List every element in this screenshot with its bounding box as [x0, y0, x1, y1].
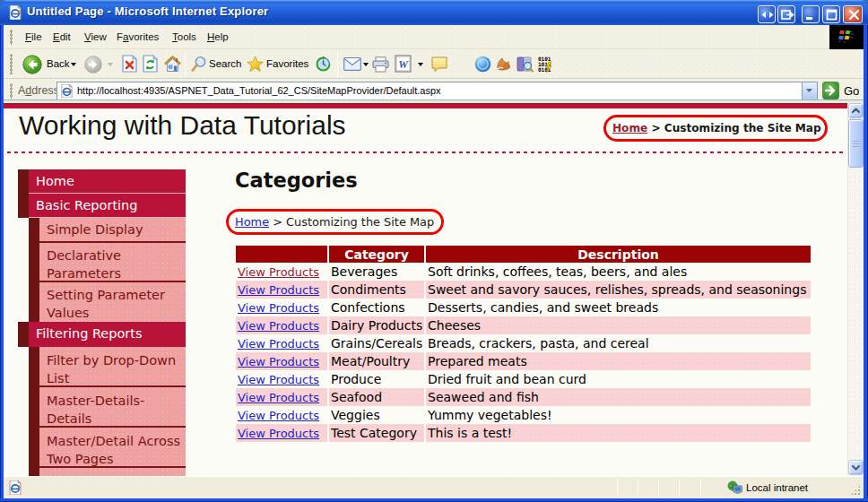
menu-strip: [29, 282, 39, 322]
breadcrumb-content-home-link[interactable]: Home: [235, 215, 269, 229]
back-button[interactable]: Back: [22, 49, 76, 79]
view-products-link[interactable]: View Products: [238, 301, 319, 315]
menu-strip: [29, 243, 39, 282]
resize-horizontal-icon: [759, 6, 777, 24]
maximize-button[interactable]: [822, 5, 840, 23]
resize-horizontal-button[interactable]: [758, 5, 776, 23]
description-cell: Breads, crackers, pasta, and cereal: [426, 334, 811, 352]
menu-help[interactable]: Help: [207, 25, 229, 48]
toolbar-separator: [337, 52, 338, 76]
go-button[interactable]: [822, 82, 839, 100]
description-cell: Sweet and savory sauces, relishes, sprea…: [426, 281, 811, 299]
close-button[interactable]: [843, 5, 863, 23]
browser-window: Untitled Page - Microsoft Internet Explo…: [0, 0, 868, 502]
description-cell: Desserts, candies, and sweet breads: [426, 299, 811, 316]
table-row: View Products Produce Dried fruit and be…: [236, 370, 811, 388]
description-cell: Dried fruit and bean curd: [426, 370, 811, 388]
view-products-link[interactable]: View Products: [238, 355, 319, 368]
menu-tools[interactable]: Tools: [172, 25, 196, 48]
sidebar-item-filtering-reports[interactable]: Filtering Reports: [18, 322, 186, 347]
toolbar-grip[interactable]: [10, 54, 13, 74]
breadcrumb-top-home-link[interactable]: Home: [612, 122, 647, 134]
table-row: View Products Beverages Soft drinks, cof…: [236, 263, 811, 281]
addressbar-grip[interactable]: [10, 83, 13, 99]
history-icon: [315, 56, 332, 73]
pop-out-button[interactable]: [777, 5, 795, 23]
window-border-bottom: [0, 498, 868, 502]
view-products-link[interactable]: View Products: [238, 391, 319, 404]
scroll-down-button[interactable]: [848, 460, 864, 475]
description-cell: Prepared meats: [426, 352, 811, 370]
page-top-red-bar: [4, 103, 847, 108]
view-products-link[interactable]: View Products: [238, 409, 319, 422]
menu-indent: [18, 282, 29, 322]
menu-edit[interactable]: Edit: [53, 25, 71, 48]
close-icon: [844, 6, 865, 24]
scroll-up-button[interactable]: [848, 103, 864, 118]
minimize-button[interactable]: [802, 5, 820, 23]
sidebar-item-setting-parameter-values[interactable]: Setting Parameter Values: [18, 282, 186, 322]
table-row: View Products Grains/Cereals Breads, cra…: [236, 334, 811, 352]
chevron-down-icon: [849, 461, 863, 474]
sidebar-item-declarative-parameters[interactable]: Declarative Parameters: [18, 243, 186, 282]
site-title: Working with Data Tutorials: [19, 110, 346, 141]
menu-strip: [18, 322, 29, 347]
sidebar-item-basic-reporting[interactable]: Basic Reporting: [18, 194, 186, 218]
fox-icon: [495, 56, 512, 73]
view-products-link[interactable]: View Products: [238, 319, 319, 333]
address-dropdown-button[interactable]: [802, 82, 817, 100]
mail-dropdown-arrow[interactable]: [363, 63, 369, 66]
statusbar-divider: [638, 480, 638, 496]
scrollbar-grip: [853, 141, 860, 148]
view-products-link[interactable]: View Products: [238, 373, 319, 386]
view-products-link[interactable]: View Products: [238, 337, 319, 351]
table-row: View Products Confections Desserts, cand…: [236, 299, 811, 316]
breadcrumb-content: Home > Customizing the Site Map: [235, 212, 434, 232]
menu-file[interactable]: File: [25, 25, 42, 48]
binary-lightning-icon: 0101 1010 0101: [538, 56, 554, 73]
menubar-grip[interactable]: [10, 30, 13, 45]
statusbar-divider: [679, 480, 680, 496]
breadcrumb-content-rest: > Customizing the Site Map: [269, 215, 434, 229]
ie-page-icon: [8, 480, 22, 495]
sidebar-item-master-detail-across-two-pages[interactable]: Master/Detail Across Two Pages: [18, 428, 186, 468]
description-cell: Seaweed and fish: [426, 388, 811, 406]
sidebar-item-master-details-details[interactable]: Master-Details-Details: [18, 387, 186, 428]
menu-strip: [29, 387, 39, 428]
stop-icon: [122, 55, 137, 73]
statusbar-divider: [617, 480, 618, 496]
menu-view[interactable]: View: [84, 25, 107, 48]
table-header-row: Category Description: [236, 246, 811, 263]
back-dropdown-arrow[interactable]: [71, 63, 76, 66]
ie-page-icon: [60, 84, 74, 98]
categories-table: Category Description View Products Bever…: [234, 246, 812, 442]
view-products-link[interactable]: View Products: [238, 265, 319, 279]
address-input[interactable]: http://localhost:4935/ASPNET_Data_Tutori…: [56, 82, 818, 100]
table-row: View Products Condiments Sweet and savor…: [236, 281, 811, 299]
resize-grip[interactable]: [850, 485, 861, 496]
edit-dropdown-arrow[interactable]: [418, 63, 423, 66]
page-content: Working with Data Tutorials Home > Custo…: [4, 103, 847, 476]
window-border-left: [0, 25, 4, 498]
back-label: Back: [47, 49, 70, 79]
forward-dropdown-arrow[interactable]: [108, 63, 113, 66]
header-empty: [236, 246, 327, 263]
category-cell: Condiments: [329, 281, 424, 299]
menu-indent: [18, 387, 29, 428]
sidebar-item-simple-display[interactable]: Simple Display: [18, 218, 186, 243]
vertical-scrollbar[interactable]: [847, 103, 864, 476]
breadcrumb-top-rest: > Customizing the Site Map: [647, 122, 820, 134]
go-arrow-icon: [823, 82, 838, 99]
header-category: Category: [329, 246, 424, 263]
menu-favorites[interactable]: Favorites: [117, 25, 159, 48]
view-products-link[interactable]: View Products: [238, 283, 319, 297]
sidebar-item-filter-by-drop-down-list[interactable]: Filter by Drop-Down List: [18, 347, 186, 387]
table-row: View Products Seafood Seaweed and fish: [236, 388, 811, 406]
menu-strip: [29, 347, 39, 387]
breadcrumb-annotation-oval-content: Home > Customizing the Site Map: [226, 209, 444, 235]
scrollbar-thumb[interactable]: [848, 119, 864, 168]
view-products-link[interactable]: View Products: [238, 427, 319, 440]
sidebar-item-partial[interactable]: [18, 468, 186, 476]
back-icon: [22, 55, 42, 74]
sidebar-item-home[interactable]: Home: [18, 169, 186, 194]
